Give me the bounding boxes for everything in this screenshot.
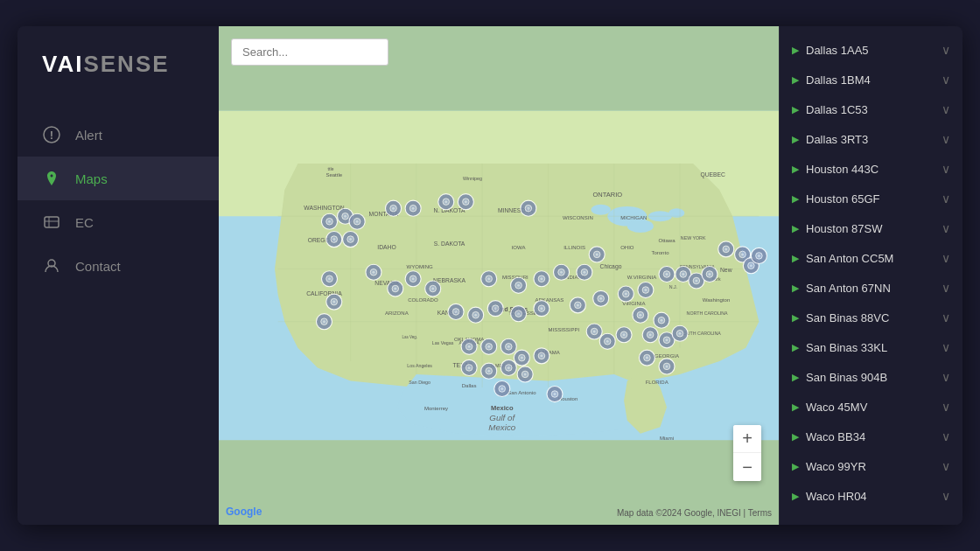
svg-point-221 xyxy=(540,354,542,357)
svg-point-122 xyxy=(323,320,326,323)
location-item[interactable]: ▶ Houston 65GF ∨ xyxy=(780,184,962,213)
chevron-icon: ∨ xyxy=(942,429,950,443)
location-item[interactable]: ▶ Waco 99YR ∨ xyxy=(780,451,962,481)
svg-point-206 xyxy=(679,332,682,335)
location-item[interactable]: ▶ San Anton 67NN ∨ xyxy=(780,273,962,303)
play-icon: ▶ xyxy=(792,372,799,383)
zoom-controls: + − xyxy=(733,425,761,481)
location-name: San Anton CC5M xyxy=(806,252,934,265)
location-item[interactable]: ▶ Waco HR04 ∨ xyxy=(780,481,962,511)
svg-text:FLORIDA: FLORIDA xyxy=(646,380,668,385)
sidebar-item-contact[interactable]: Contact xyxy=(18,244,219,288)
svg-point-137 xyxy=(487,277,490,280)
play-icon: ▶ xyxy=(792,431,799,443)
location-item[interactable]: ▶ Dallas 1BM4 ∨ xyxy=(780,65,962,94)
play-icon: ▶ xyxy=(792,134,799,145)
svg-text:San Antonio: San Antonio xyxy=(508,390,536,395)
sidebar-item-alert[interactable]: ! Alert xyxy=(18,113,219,157)
location-item[interactable]: ▶ Houston 443C ∨ xyxy=(780,154,962,184)
sidebar: VAISENSE ! Alert xyxy=(18,26,219,525)
chevron-icon: ∨ xyxy=(942,459,950,473)
location-name: Waco BB34 xyxy=(806,430,934,443)
svg-text:Ottawa: Ottawa xyxy=(658,238,676,243)
sidebar-item-label-maps: Maps xyxy=(75,171,108,186)
location-item[interactable]: ▶ Waco BB34 ∨ xyxy=(780,422,962,451)
location-item[interactable]: ▶ San Anton CC5M ∨ xyxy=(780,243,962,273)
play-icon: ▶ xyxy=(792,253,799,264)
svg-point-209 xyxy=(468,345,471,348)
location-name: Houston 87SW xyxy=(806,222,934,235)
svg-point-152 xyxy=(596,253,598,255)
svg-text:Los Angeles: Los Angeles xyxy=(407,363,432,368)
svg-text:COLORADO: COLORADO xyxy=(408,297,438,303)
location-item[interactable]: ▶ San Binas 904B ∨ xyxy=(780,362,962,392)
location-item[interactable]: ▶ Dallas 1C53 ∨ xyxy=(780,94,962,124)
svg-point-173 xyxy=(599,297,602,300)
app-container: VAISENSE ! Alert xyxy=(18,26,962,525)
location-item[interactable]: ▶ San Binas 88VC ∨ xyxy=(780,303,962,332)
zoom-in-button[interactable]: + xyxy=(733,425,761,453)
svg-point-236 xyxy=(553,393,556,395)
svg-point-188 xyxy=(695,280,697,282)
svg-point-212 xyxy=(487,345,490,348)
sidebar-item-ec[interactable]: EC xyxy=(18,200,219,244)
svg-point-140 xyxy=(517,284,520,287)
svg-point-143 xyxy=(540,277,542,280)
location-name: San Binas 88VC xyxy=(806,311,934,324)
sidebar-nav: ! Alert Maps xyxy=(18,113,219,288)
search-input[interactable] xyxy=(231,38,388,66)
alert-icon: ! xyxy=(42,125,61,144)
zoom-out-button[interactable]: − xyxy=(733,453,761,481)
svg-point-9 xyxy=(591,205,611,215)
svg-text:NEBRASKA: NEBRASKA xyxy=(433,277,466,283)
play-icon: ▶ xyxy=(792,312,799,324)
maps-icon xyxy=(42,169,61,188)
svg-point-215 xyxy=(508,345,510,348)
svg-text:WYOMING: WYOMING xyxy=(407,264,433,269)
chevron-icon: ∨ xyxy=(942,251,950,265)
location-item[interactable]: ▶ Dallas 3RT3 ∨ xyxy=(780,124,962,154)
location-item[interactable]: ▶ San Binas 33KL ∨ xyxy=(780,332,962,362)
location-name: Waco 45MV xyxy=(806,401,934,414)
svg-point-107 xyxy=(444,200,447,203)
app-logo: VAISENSE xyxy=(42,51,194,78)
svg-point-95 xyxy=(332,238,335,241)
svg-text:ttle: ttle xyxy=(327,166,333,171)
sidebar-item-label-alert: Alert xyxy=(75,128,102,143)
play-icon: ▶ xyxy=(792,282,799,294)
svg-point-218 xyxy=(521,357,523,359)
svg-text:Gulf of: Gulf of xyxy=(489,413,515,422)
svg-text:Las Vegas: Las Vegas xyxy=(432,340,454,345)
svg-text:New: New xyxy=(720,267,732,273)
svg-point-146 xyxy=(560,271,563,274)
play-icon: ▶ xyxy=(792,223,799,234)
svg-point-263 xyxy=(750,264,752,267)
location-item[interactable]: ▶ Houston 87SW ∨ xyxy=(780,213,962,243)
ec-icon xyxy=(42,213,61,232)
chevron-icon: ∨ xyxy=(942,102,950,116)
svg-point-230 xyxy=(508,366,510,369)
svg-text:Las Veg.: Las Veg. xyxy=(402,335,418,339)
svg-text:Washington: Washington xyxy=(703,297,731,303)
svg-point-155 xyxy=(455,310,458,313)
play-icon: ▶ xyxy=(792,74,799,86)
map-attribution: Map data ©2024 Google, INEGI | Terms xyxy=(617,508,772,518)
map-panel: Gulf of Mexico xyxy=(219,26,779,525)
location-name: Waco HR04 xyxy=(806,490,934,503)
location-name: Dallas 3RT3 xyxy=(806,133,934,146)
svg-point-191 xyxy=(708,273,710,276)
location-item[interactable]: ▶ Waco 45MV ∨ xyxy=(780,392,962,422)
chevron-icon: ∨ xyxy=(942,370,950,384)
svg-point-119 xyxy=(332,301,335,303)
chevron-icon: ∨ xyxy=(942,162,950,176)
sidebar-item-maps[interactable]: Maps xyxy=(18,157,219,200)
svg-text:ARIZONA: ARIZONA xyxy=(385,310,409,316)
svg-text:Miami: Miami xyxy=(660,436,674,441)
chevron-icon: ∨ xyxy=(942,192,950,206)
chevron-icon: ∨ xyxy=(942,281,950,295)
location-name: Dallas 1AA5 xyxy=(806,44,934,57)
location-item[interactable]: ▶ Dallas 1AA5 ∨ xyxy=(780,35,962,65)
svg-text:NORTH CAROLINA: NORTH CAROLINA xyxy=(687,310,728,316)
map-container[interactable]: Gulf of Mexico xyxy=(219,26,779,525)
svg-text:San Diego: San Diego xyxy=(409,380,430,385)
